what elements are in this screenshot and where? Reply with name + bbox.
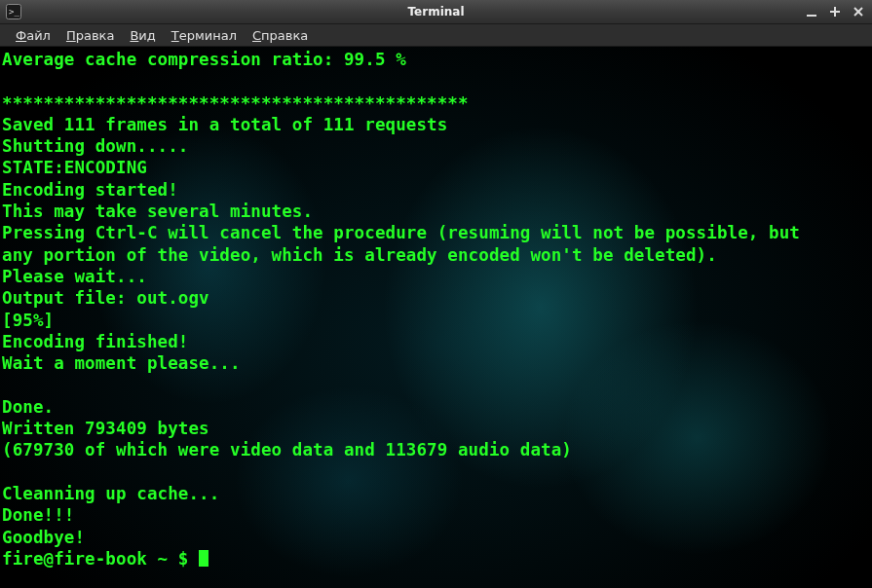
- titlebar: >_ Terminal: [0, 0, 872, 24]
- terminal-output: Average cache compression ratio: 99.5 % …: [0, 47, 872, 571]
- svg-rect-2: [807, 15, 816, 17]
- menu-item-4[interactable]: Справка: [245, 26, 316, 45]
- menubar: ФайлПравкаВидТерминалСправка: [0, 24, 872, 47]
- svg-rect-4: [830, 11, 840, 13]
- cursor: [199, 550, 209, 567]
- menu-item-3[interactable]: Терминал: [164, 26, 245, 45]
- window-title: Terminal: [0, 5, 872, 18]
- minimize-button[interactable]: [804, 4, 819, 19]
- window-controls: [804, 4, 866, 19]
- svg-text:>_: >_: [9, 7, 19, 17]
- menu-item-2[interactable]: Вид: [122, 26, 163, 45]
- prompt: fire@fire-book ~ $: [2, 549, 199, 569]
- terminal[interactable]: Average cache compression ratio: 99.5 % …: [0, 47, 872, 588]
- menu-item-0[interactable]: Файл: [8, 26, 58, 45]
- menu-item-1[interactable]: Правка: [58, 26, 122, 45]
- terminal-app-icon: >_: [6, 4, 21, 19]
- close-button[interactable]: [851, 4, 866, 19]
- maximize-button[interactable]: [827, 4, 843, 19]
